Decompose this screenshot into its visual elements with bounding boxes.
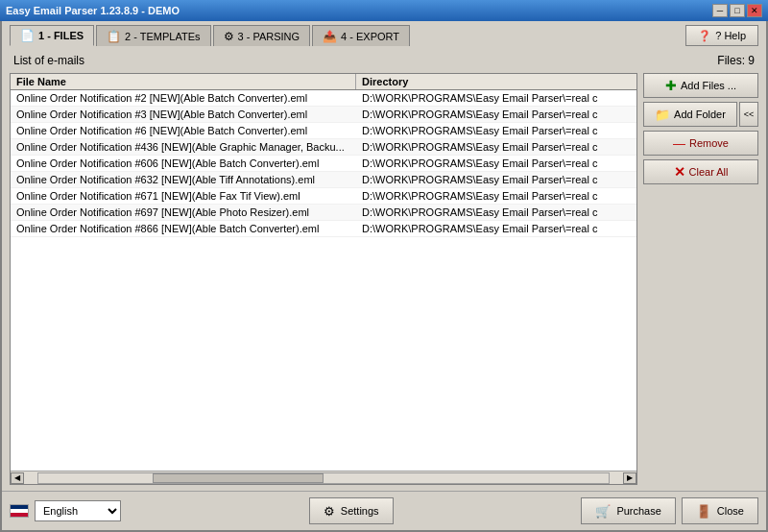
bottom-bar: English ⚙ Settings 🛒 Purchase 🚪 Close [2, 491, 766, 530]
clear-all-label: Clear All [689, 166, 729, 178]
title-bar: Easy Email Parser 1.23.8.9 - DEMO ─ □ ✕ [0, 0, 768, 21]
file-dir-cell: D:\WORK\PROGRAMS\Easy Email Parser\=real… [356, 91, 636, 105]
list-label: List of e-mails [13, 54, 84, 67]
scrollbar-thumb[interactable] [153, 473, 324, 483]
scrollbar-track[interactable] [37, 472, 610, 484]
add-files-row: ✚ Add Files ... [643, 73, 758, 98]
table-row[interactable]: Online Order Notification #2 [NEW](Able … [11, 90, 636, 107]
file-dir-cell: D:\WORK\PROGRAMS\Easy Email Parser\=real… [356, 222, 636, 235]
add-files-icon: ✚ [665, 78, 677, 93]
tab-templates[interactable]: 📋 2 - TEMPLATEs [96, 25, 210, 46]
app-title: Easy Email Parser 1.23.8.9 - DEMO [6, 5, 180, 16]
files-count: Files: 9 [717, 54, 755, 67]
file-dir-cell: D:\WORK\PROGRAMS\Easy Email Parser\=real… [356, 108, 636, 121]
chevron-icon: << [744, 109, 755, 119]
settings-label: Settings [341, 505, 379, 517]
main-content-row: File Name Directory Online Order Notific… [10, 73, 758, 485]
main-window: 📄 1 - FILES 📋 2 - TEMPLATEs ⚙ 3 - PARSIN… [0, 21, 768, 532]
file-dir-cell: D:\WORK\PROGRAMS\Easy Email Parser\=real… [356, 157, 636, 170]
table-row[interactable]: Online Order Notification #436 [NEW](Abl… [11, 139, 636, 156]
remove-icon: — [673, 136, 685, 151]
help-label: ? Help [715, 30, 746, 41]
close-icon: 🚪 [696, 504, 711, 519]
tab-export-label: 4 - EXPORT [341, 31, 399, 42]
file-name-cell: Online Order Notification #6 [NEW](Able … [11, 124, 356, 137]
scroll-left-arrow[interactable]: ◀ [11, 472, 24, 484]
horizontal-scrollbar[interactable]: ◀ ▶ [11, 471, 636, 484]
table-row[interactable]: Online Order Notification #697 [NEW](Abl… [11, 205, 636, 221]
window-controls: ─ □ ✕ [712, 4, 762, 17]
window-close-button[interactable]: ✕ [747, 4, 762, 17]
parsing-tab-icon: ⚙ [224, 30, 234, 43]
table-row[interactable]: Online Order Notification #632 [NEW](Abl… [11, 172, 636, 188]
templates-tab-icon: 📋 [107, 30, 121, 43]
settings-gear-icon: ⚙ [324, 504, 335, 519]
tab-parsing-label: 3 - PARSING [238, 31, 300, 42]
add-folder-label: Add Folder [674, 109, 726, 120]
remove-button[interactable]: — Remove [643, 131, 758, 156]
file-name-cell: Online Order Notification #2 [NEW](Able … [11, 91, 356, 105]
clear-all-icon: ✕ [674, 164, 685, 180]
tab-files[interactable]: 📄 1 - FILES [10, 25, 94, 46]
sidebar-buttons: ✚ Add Files ... 📁 Add Folder << — Remove [643, 73, 758, 485]
file-name-cell: Online Order Notification #436 [NEW](Abl… [11, 140, 356, 154]
language-dropdown[interactable]: English [35, 500, 121, 521]
column-header-filename: File Name [11, 74, 356, 89]
tab-templates-label: 2 - TEMPLATEs [125, 31, 200, 42]
column-header-directory: Directory [356, 74, 636, 89]
tab-files-label: 1 - FILES [38, 30, 84, 41]
table-row[interactable]: Online Order Notification #671 [NEW](Abl… [11, 188, 636, 205]
file-list-body[interactable]: Online Order Notification #2 [NEW](Able … [11, 90, 636, 471]
bottom-right-buttons: 🛒 Purchase 🚪 Close [581, 497, 758, 524]
table-row[interactable]: Online Order Notification #606 [NEW](Abl… [11, 156, 636, 172]
close-button[interactable]: 🚪 Close [682, 497, 758, 524]
file-dir-cell: D:\WORK\PROGRAMS\Easy Email Parser\=real… [356, 173, 636, 186]
close-label: Close [717, 505, 744, 517]
content-area: List of e-mails Files: 9 File Name Direc… [2, 46, 766, 491]
add-files-button[interactable]: ✚ Add Files ... [643, 73, 758, 98]
maximize-button[interactable]: □ [730, 4, 745, 17]
file-name-cell: Online Order Notification #606 [NEW](Abl… [11, 157, 356, 170]
file-list-header: File Name Directory [11, 74, 636, 90]
table-row[interactable]: Online Order Notification #6 [NEW](Able … [11, 123, 636, 139]
file-name-cell: Online Order Notification #671 [NEW](Abl… [11, 189, 356, 203]
purchase-label: Purchase [616, 505, 660, 517]
remove-label: Remove [689, 137, 729, 149]
tab-export[interactable]: 📤 4 - EXPORT [312, 25, 410, 46]
clear-all-button[interactable]: ✕ Clear All [643, 159, 758, 184]
export-tab-icon: 📤 [323, 30, 337, 43]
language-selector: English [10, 500, 121, 521]
file-list-panel: File Name Directory Online Order Notific… [10, 73, 637, 485]
chevron-button[interactable]: << [739, 102, 758, 127]
file-name-cell: Online Order Notification #3 [NEW](Able … [11, 108, 356, 121]
minimize-button[interactable]: ─ [712, 4, 728, 17]
files-tab-icon: 📄 [20, 29, 35, 42]
flag-icon [10, 504, 29, 518]
add-folder-icon: 📁 [655, 108, 670, 122]
settings-button[interactable]: ⚙ Settings [309, 497, 394, 524]
tab-parsing[interactable]: ⚙ 3 - PARSING [213, 25, 311, 46]
files-info-row: List of e-mails Files: 9 [10, 52, 758, 69]
purchase-button[interactable]: 🛒 Purchase [581, 497, 675, 524]
file-dir-cell: D:\WORK\PROGRAMS\Easy Email Parser\=real… [356, 189, 636, 203]
help-icon: ❓ [698, 30, 711, 42]
file-name-cell: Online Order Notification #866 [NEW](Abl… [11, 222, 356, 235]
file-name-cell: Online Order Notification #632 [NEW](Abl… [11, 173, 356, 186]
file-name-cell: Online Order Notification #697 [NEW](Abl… [11, 206, 356, 219]
add-folder-button[interactable]: 📁 Add Folder [643, 102, 737, 127]
scroll-right-arrow[interactable]: ▶ [623, 472, 636, 484]
file-dir-cell: D:\WORK\PROGRAMS\Easy Email Parser\=real… [356, 124, 636, 137]
purchase-cart-icon: 🛒 [595, 504, 611, 519]
table-row[interactable]: Online Order Notification #3 [NEW](Able … [11, 107, 636, 123]
tab-bar: 📄 1 - FILES 📋 2 - TEMPLATEs ⚙ 3 - PARSIN… [10, 25, 410, 46]
add-folder-row: 📁 Add Folder << [643, 102, 758, 127]
add-files-label: Add Files ... [681, 80, 736, 91]
file-dir-cell: D:\WORK\PROGRAMS\Easy Email Parser\=real… [356, 140, 636, 154]
file-dir-cell: D:\WORK\PROGRAMS\Easy Email Parser\=real… [356, 206, 636, 219]
help-button[interactable]: ❓ ? Help [685, 25, 758, 46]
table-row[interactable]: Online Order Notification #866 [NEW](Abl… [11, 221, 636, 237]
